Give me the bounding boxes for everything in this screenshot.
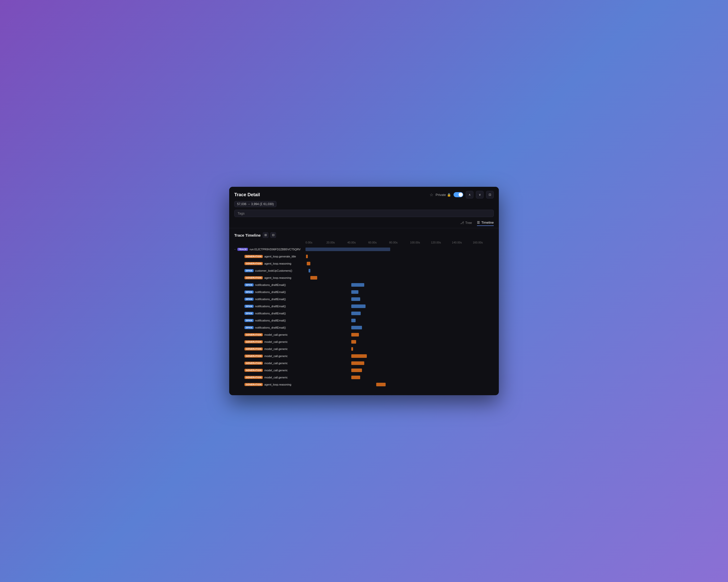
row-bar-area: [306, 296, 494, 302]
timeline-bar[interactable]: [351, 290, 358, 294]
row-name: notifications_draftEmail(): [255, 290, 286, 294]
row-name: notifications_draftEmail(): [255, 319, 286, 322]
tab-timeline[interactable]: ☰ Timeline: [477, 221, 494, 226]
timeline-bar[interactable]: [351, 368, 362, 372]
row-bar-area: [306, 338, 494, 345]
row-name: model_call.generic: [264, 340, 288, 343]
table-row[interactable]: GENERATIONagent_loop.generate_title: [234, 253, 494, 260]
row-name: notifications_draftEmail(): [255, 305, 286, 308]
timeline-container: 0.00s 20.00s 40.00s 60.00s 80.00s 100.00…: [234, 241, 494, 388]
timeline-bar[interactable]: [351, 347, 353, 351]
private-toggle[interactable]: [453, 192, 463, 197]
tab-tree[interactable]: ⎇ Tree: [460, 221, 472, 226]
row-bar-area: [306, 353, 494, 359]
collapse-up-button[interactable]: ∧: [466, 191, 473, 198]
badge-span: SPAN: [244, 283, 254, 286]
table-row[interactable]: SPANnotifications_draftEmail(): [234, 289, 494, 295]
row-bar-area: [306, 275, 494, 281]
row-name: agent_loop.reasoning: [264, 383, 291, 386]
expand-all-button[interactable]: ⊞: [263, 232, 268, 238]
time-mark-2: 40.00s: [347, 241, 368, 244]
table-row[interactable]: GENERATIONagent_loop.reasoning: [234, 381, 494, 388]
timeline-header: Trace Timeline ⊞ ⊟: [234, 232, 494, 238]
table-row[interactable]: GENERATIONmodel_call.generic: [234, 345, 494, 352]
table-row[interactable]: GENERATIONagent_loop.reasoning: [234, 260, 494, 267]
timeline-bar[interactable]: [306, 255, 308, 258]
table-row[interactable]: SPANnotifications_draftEmail(): [234, 317, 494, 324]
table-row[interactable]: SPANnotifications_draftEmail(): [234, 310, 494, 317]
timeline-bar[interactable]: [307, 262, 310, 265]
timeline-bar[interactable]: [351, 333, 359, 336]
time-mark-1: 20.00s: [327, 241, 347, 244]
timeline-bar[interactable]: [351, 297, 360, 301]
timeline-bar[interactable]: [351, 304, 366, 308]
row-bar-area: [306, 282, 494, 288]
badge-generation: GENERATION: [244, 262, 263, 265]
timeline-bar[interactable]: [351, 312, 361, 315]
row-bar-area: [306, 253, 494, 260]
row-name: model_call.generic: [264, 355, 288, 358]
timeline-bar[interactable]: [310, 276, 317, 280]
row-name: notifications_draftEmail(): [255, 283, 286, 286]
timeline-icon: ☰: [477, 221, 480, 224]
table-row[interactable]: GENERATIONmodel_call.generic: [234, 374, 494, 381]
collapse-all-button[interactable]: ⊟: [270, 232, 276, 238]
timeline-bar[interactable]: [376, 383, 386, 386]
tags-bar[interactable]: Tags: [234, 210, 494, 217]
badge-generation: GENERATION: [244, 255, 263, 258]
table-row[interactable]: GENERATIONmodel_call.generic: [234, 367, 494, 373]
row-bar-area: [306, 246, 494, 253]
trace-rows: −TRACErun:01JCTPR9VD06FD2ZBB5VCT5QRVGENE…: [234, 246, 494, 388]
row-bar-area: [306, 374, 494, 381]
lock-icon: 🔒: [447, 193, 451, 197]
timeline-bar[interactable]: [351, 376, 360, 379]
row-bar-area: [306, 367, 494, 373]
collapse-down-button[interactable]: ∨: [476, 191, 484, 198]
timeline-bar[interactable]: [351, 340, 356, 343]
table-row[interactable]: GENERATIONmodel_call.generic: [234, 331, 494, 338]
table-row[interactable]: SPANnotifications_draftEmail(): [234, 296, 494, 302]
row-name: agent_loop.reasoning: [264, 262, 291, 265]
timeline-bar[interactable]: [351, 354, 367, 358]
timeline-bar[interactable]: [351, 361, 364, 365]
badge-span: SPAN: [244, 290, 254, 294]
table-row[interactable]: GENERATIONmodel_call.generic: [234, 353, 494, 359]
copy-button[interactable]: ⊡: [486, 191, 494, 198]
star-icon[interactable]: ☆: [430, 192, 433, 197]
time-mark-4: 80.00s: [389, 241, 410, 244]
table-row[interactable]: SPANnotifications_draftEmail(): [234, 324, 494, 331]
row-name: model_call.generic: [264, 348, 288, 351]
row-name: model_call.generic: [264, 369, 288, 372]
badge-generation: GENERATION: [244, 340, 263, 343]
timeline-bar[interactable]: [309, 269, 310, 273]
table-row[interactable]: SPANnotifications_draftEmail(): [234, 282, 494, 288]
time-mark-6: 120.00s: [431, 241, 452, 244]
table-row[interactable]: SPANnotifications_draftEmail(): [234, 303, 494, 309]
time-mark-5: 100.00s: [410, 241, 431, 244]
timeline-bar[interactable]: [351, 319, 355, 322]
row-name: customer_lookUpCustomers(): [255, 269, 292, 272]
row-name: agent_loop.reasoning: [264, 276, 291, 279]
timeline-bar[interactable]: [306, 248, 390, 251]
table-row[interactable]: GENERATIONmodel_call.generic: [234, 338, 494, 345]
row-bar-area: [306, 331, 494, 338]
row-bar-area: [306, 317, 494, 324]
timeline-bar[interactable]: [351, 326, 362, 329]
time-mark-8: 160.00s: [473, 241, 494, 244]
row-name: notifications_draftEmail(): [255, 326, 286, 329]
table-row[interactable]: SPANcustomer_lookUpCustomers(): [234, 267, 494, 274]
timeline-bar[interactable]: [351, 283, 364, 287]
row-bar-area: [306, 381, 494, 388]
table-row[interactable]: −TRACErun:01JCTPR9VD06FD2ZBB5VCT5QRV: [234, 246, 494, 253]
table-row[interactable]: GENERATIONmodel_call.generic: [234, 360, 494, 366]
badge-generation: GENERATION: [244, 376, 263, 379]
badge-span: SPAN: [244, 312, 254, 315]
badge-generation: GENERATION: [244, 362, 263, 365]
time-mark-0: 0.00s: [306, 241, 327, 244]
row-name: model_call.generic: [264, 376, 288, 379]
row-bar-area: [306, 324, 494, 331]
table-row[interactable]: GENERATIONagent_loop.reasoning: [234, 275, 494, 281]
badge-span: SPAN: [244, 269, 254, 272]
badge-generation: GENERATION: [244, 333, 263, 336]
collapse-icon[interactable]: −: [234, 248, 236, 251]
